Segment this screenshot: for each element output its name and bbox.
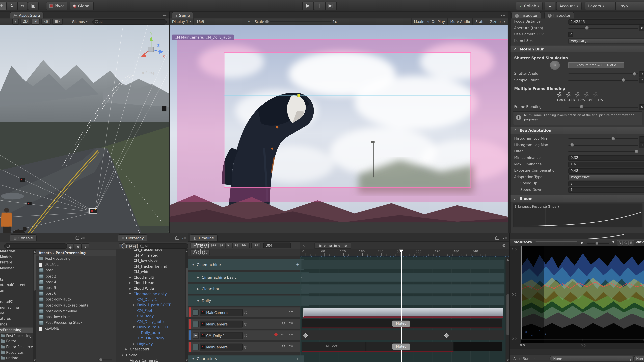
breadcrumb[interactable]: Assets ▸ PostProcessing bbox=[36, 250, 116, 256]
layout-button[interactable]: Layo bbox=[615, 2, 644, 10]
project-search-input[interactable] bbox=[4, 243, 67, 249]
hierarchy-item[interactable]: ▶Cloud Head bbox=[116, 280, 185, 286]
expand-arrow-icon[interactable]: ▶ bbox=[125, 347, 127, 352]
rect-tool-button[interactable]: ▣ bbox=[28, 2, 39, 10]
audio-toggle[interactable]: ◁) bbox=[42, 19, 51, 25]
project-folder-item[interactable]: Models bbox=[0, 254, 33, 260]
project-folder-item[interactable]: nemachine bbox=[0, 305, 33, 310]
scene-viewport[interactable]: Y Z X ◀ Persp bbox=[0, 25, 169, 233]
focus-distance-field[interactable]: 2.42545 bbox=[568, 19, 644, 25]
bloom-section-header[interactable]: ✓Bloom bbox=[510, 195, 644, 202]
rotate-tool-button[interactable]: ↻ bbox=[6, 2, 17, 10]
project-folder-item[interactable]: PostProcessing bbox=[0, 333, 33, 338]
adaptation-type-dropdown[interactable]: Progressive bbox=[568, 174, 644, 180]
hierarchy-item[interactable]: CM_Dolly 1 bbox=[116, 297, 185, 303]
track-menu-icon[interactable]: ▾≡ bbox=[289, 333, 293, 336]
slider-value-field[interactable]: 2 bbox=[640, 78, 644, 83]
channel-b-button[interactable]: B bbox=[628, 240, 634, 246]
project-file-item[interactable]: README bbox=[36, 326, 116, 331]
brightness-response-curve[interactable]: Brightness Response (linear) bbox=[513, 203, 642, 227]
favorites-button[interactable]: ★ bbox=[81, 243, 89, 249]
vcs-button[interactable]: ◆ bbox=[66, 243, 74, 249]
effects-dropdown[interactable]: ▦ ▾ bbox=[52, 19, 63, 25]
tab-inspector-1[interactable]: iInspector bbox=[511, 12, 541, 19]
shaded-dropdown[interactable]: ▾ bbox=[12, 19, 18, 25]
frame-blending-slider[interactable] bbox=[568, 107, 638, 107]
move-tool-button[interactable]: + bbox=[0, 2, 6, 10]
waveform-mode-dropdown[interactable]: Wavef bbox=[636, 240, 644, 244]
histogram-log-max-slider[interactable] bbox=[568, 145, 638, 146]
project-file-item[interactable]: LICENSE bbox=[36, 262, 116, 267]
track-name-field[interactable]: CM_Dolly 1 bbox=[200, 332, 243, 339]
camera-fov-checkbox[interactable]: ✓ bbox=[568, 32, 573, 37]
assetbundle-dropdown-2[interactable]: Non bbox=[633, 356, 644, 362]
panel-menu-icon[interactable]: ▾≡ bbox=[80, 237, 85, 240]
speed-down-field[interactable]: 1 bbox=[568, 187, 644, 193]
project-folder-item[interactable]: stProcessing bbox=[0, 328, 33, 333]
slider-value-field[interactable]: - bbox=[640, 136, 644, 142]
aperture-f-stop--slider[interactable] bbox=[568, 28, 638, 29]
play-button[interactable]: ▶ bbox=[302, 2, 314, 10]
slider-value-field[interactable]: 3 bbox=[640, 71, 644, 77]
hierarchy-item[interactable]: ▼Dolly_auto_ROOT bbox=[116, 325, 185, 330]
curves-icon[interactable]: ≈ bbox=[281, 333, 284, 336]
drag-handle[interactable] bbox=[536, 241, 576, 244]
scale-knob[interactable] bbox=[265, 20, 269, 23]
clip-selected[interactable] bbox=[303, 308, 503, 318]
expand-arrow-icon[interactable]: ▼ bbox=[133, 325, 135, 330]
filter-slider[interactable] bbox=[568, 151, 638, 152]
clip-lane-keys[interactable] bbox=[302, 330, 504, 340]
expand-arrow-icon[interactable]: ▼ bbox=[192, 263, 194, 266]
timeline-group-track[interactable]: ▶Cinemachine basic+ bbox=[188, 272, 309, 282]
panel-menu-icon[interactable]: ▾≡ bbox=[501, 13, 505, 17]
assetbundle-dropdown[interactable]: None▾ bbox=[550, 356, 634, 362]
tab-timeline[interactable]: ◧Timeline bbox=[190, 234, 218, 241]
project-folder-item[interactable]: atures bbox=[0, 316, 33, 322]
track-name-field[interactable]: MainCamera bbox=[200, 321, 243, 328]
tab-inspector-2[interactable]: iInspector bbox=[544, 12, 574, 19]
expand-arrow-icon[interactable]: ▼ bbox=[129, 292, 131, 297]
track-menu-icon[interactable]: ▾≡ bbox=[289, 310, 293, 313]
expand-arrow-icon[interactable]: ▶ bbox=[197, 287, 199, 291]
slider-knob[interactable] bbox=[633, 72, 636, 76]
play-range-button[interactable]: [▶] bbox=[252, 243, 260, 248]
hierarchy-item[interactable]: TIMELINE_dolly bbox=[116, 336, 185, 341]
channel-g-button[interactable]: G bbox=[623, 240, 628, 246]
add-clip-button[interactable]: + bbox=[296, 262, 300, 267]
slider-value-field[interactable]: 8 bbox=[640, 25, 644, 31]
timeline-group-track[interactable]: ▼Cinemachine+ bbox=[188, 259, 304, 270]
hierarchy-item[interactable]: ▶Cloud Wide bbox=[116, 286, 185, 292]
next-frame-button[interactable]: ▶| bbox=[232, 243, 240, 248]
project-file-item[interactable]: post dolly auto red pants bbox=[36, 303, 116, 308]
project-file-item[interactable]: PostProcessing bbox=[36, 256, 116, 261]
expand-arrow-icon[interactable]: ▶ bbox=[129, 286, 131, 292]
hierarchy-item[interactable]: ▶Highway bbox=[116, 341, 185, 347]
expand-arrow-icon[interactable]: ▶ bbox=[122, 352, 124, 358]
hierarchy-item[interactable]: ▶Cloud multi bbox=[116, 275, 185, 280]
tab-console[interactable]: ▤Console bbox=[10, 234, 37, 241]
hierarchy-item[interactable]: ▼Cinemachine dolly bbox=[116, 292, 185, 297]
timeline-group-track[interactable]: ▼Characters+ bbox=[188, 356, 304, 362]
project-file-item[interactable]: post 2 bbox=[36, 274, 116, 279]
hierarchy-item[interactable]: CM_Dolly_auto bbox=[116, 319, 185, 325]
settings-gear-icon[interactable]: ⚙ bbox=[502, 243, 506, 248]
project-file-item[interactable]: post 5 bbox=[36, 285, 116, 291]
track-menu-icon[interactable]: ▾≡ bbox=[289, 322, 293, 325]
edit-mode-icon[interactable]: ∷ bbox=[308, 244, 310, 248]
track-name-field[interactable]: MainCamera bbox=[200, 309, 243, 316]
lock-icon[interactable] bbox=[76, 237, 79, 240]
step-button[interactable]: ▶| bbox=[325, 2, 337, 10]
prev-frame-button[interactable]: |◀ bbox=[218, 243, 226, 248]
timeline-item-track[interactable]: MainCamera◎▾≡ bbox=[188, 307, 300, 317]
slider-knob[interactable] bbox=[612, 137, 615, 140]
kernel-size-dropdown[interactable]: Very Large bbox=[568, 38, 644, 44]
object-picker-icon[interactable]: ◎ bbox=[244, 333, 247, 337]
shutter-angle-slider[interactable] bbox=[568, 73, 638, 74]
hierarchy-item[interactable]: CM_tracker behind bbox=[116, 264, 185, 269]
monitors-play-icon[interactable]: ▶ bbox=[581, 241, 584, 245]
hierarchy-item[interactable]: Dolly_auto bbox=[116, 330, 185, 336]
hierarchy-item[interactable]: CM_tracker face bbox=[116, 249, 185, 253]
expand-arrow-icon[interactable]: ▶ bbox=[133, 303, 135, 308]
project-folder-item[interactable] bbox=[0, 294, 33, 299]
game-gizmos-dropdown[interactable]: Gizmos▾ bbox=[487, 18, 508, 25]
